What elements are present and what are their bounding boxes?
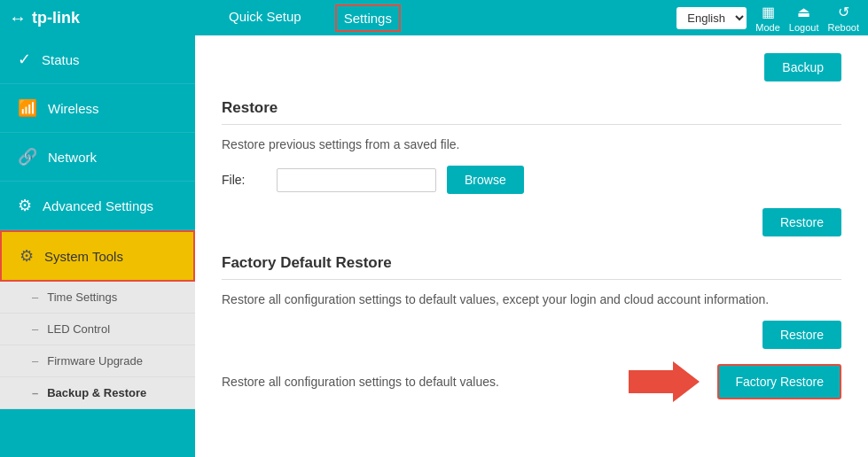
sidebar-item-system-tools[interactable]: ⚙ System Tools — [0, 230, 195, 282]
sidebar-sub-time-settings[interactable]: – Time Settings — [0, 282, 195, 314]
sidebar-sub-led-control[interactable]: – LED Control — [0, 314, 195, 345]
network-icon: 🔗 — [18, 147, 37, 167]
top-action-bar: Backup — [222, 53, 841, 81]
status-icon: ✓ — [18, 50, 31, 69]
logout-button[interactable]: ⏏ Logout — [789, 4, 819, 33]
file-label: File: — [222, 173, 266, 187]
sidebar-sub-firmware-upgrade[interactable]: – Firmware Upgrade — [0, 345, 195, 377]
reboot-button[interactable]: ↺ Reboot — [828, 4, 859, 33]
restore-description: Restore previous settings from a saved f… — [222, 137, 841, 151]
logo-area: ↔ tp-link — [9, 8, 204, 28]
factory-restore-button-top[interactable]: Restore — [762, 321, 841, 349]
advanced-icon: ⚙ — [18, 196, 32, 215]
mode-icon: ▦ — [762, 4, 775, 20]
factory-restore-button[interactable]: Factory Restore — [717, 364, 841, 399]
layout: ✓ Status 📶 Wireless 🔗 Network ⚙ Advanced… — [0, 35, 868, 457]
logo-text: tp-link — [32, 9, 80, 27]
file-form-row: File: Browse — [222, 166, 841, 194]
browse-button[interactable]: Browse — [447, 166, 524, 194]
factory-description: Restore all configuration settings to de… — [222, 292, 841, 306]
factory-restore-desc: Restore all configuration settings to de… — [222, 375, 611, 389]
factory-section: Factory Default Restore Restore all conf… — [222, 254, 841, 404]
system-tools-icon: ⚙ — [20, 246, 34, 266]
restore-divider — [222, 124, 841, 125]
sidebar: ✓ Status 📶 Wireless 🔗 Network ⚙ Advanced… — [0, 35, 195, 457]
red-arrow-icon — [629, 360, 700, 404]
sidebar-item-advanced[interactable]: ⚙ Advanced Settings — [0, 182, 195, 230]
reboot-icon: ↺ — [838, 4, 849, 20]
wireless-icon: 📶 — [18, 98, 37, 118]
factory-title: Factory Default Restore — [222, 254, 841, 272]
backup-button[interactable]: Backup — [764, 53, 841, 81]
main-content: Backup Restore Restore previous settings… — [195, 35, 868, 457]
svg-marker-0 — [629, 361, 700, 402]
nav-settings[interactable]: Settings — [335, 4, 401, 32]
nav-right: English ▦ Mode ⏏ Logout ↺ Reboot — [676, 4, 859, 33]
sidebar-item-network[interactable]: 🔗 Network — [0, 133, 195, 182]
logo-icon: ↔ — [9, 8, 27, 28]
restore-button[interactable]: Restore — [762, 208, 841, 236]
sidebar-item-wireless[interactable]: 📶 Wireless — [0, 84, 195, 133]
factory-restore-row: Restore all configuration settings to de… — [222, 360, 841, 404]
top-nav: ↔ tp-link Quick Setup Settings English ▦… — [0, 0, 868, 35]
factory-divider — [222, 279, 841, 280]
nav-quick-setup[interactable]: Quick Setup — [222, 4, 309, 32]
mode-button[interactable]: ▦ Mode — [755, 4, 780, 33]
restore-title: Restore — [222, 99, 841, 117]
sidebar-sub-menu: – Time Settings – LED Control – Firmware… — [0, 282, 195, 409]
sidebar-item-status[interactable]: ✓ Status — [0, 35, 195, 84]
restore-section: Restore Restore previous settings from a… — [222, 99, 841, 236]
language-select[interactable]: English — [676, 7, 747, 29]
file-input[interactable] — [277, 168, 436, 192]
sidebar-sub-backup-restore[interactable]: – Backup & Restore — [0, 377, 195, 409]
logout-icon: ⏏ — [797, 4, 810, 20]
restore-action-row: Restore — [222, 208, 841, 236]
nav-links: Quick Setup Settings — [204, 4, 676, 32]
